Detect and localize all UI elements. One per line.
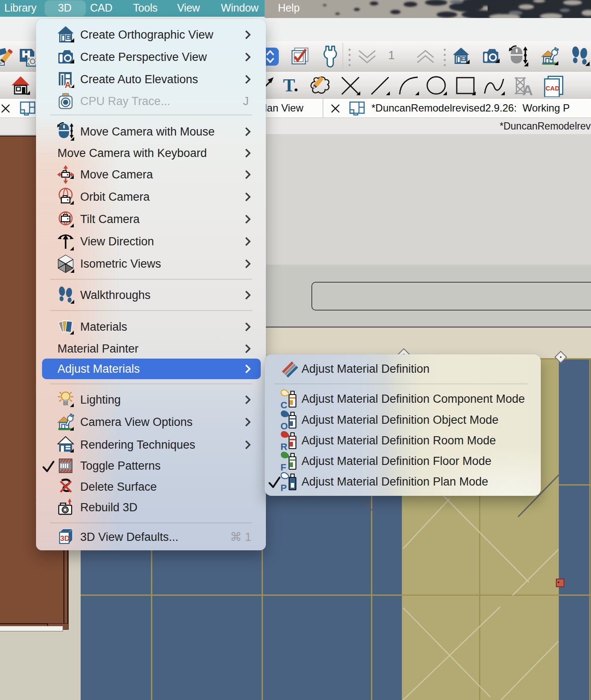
svg-text:A: A — [522, 82, 533, 97]
svg-text:O: O — [280, 421, 288, 430]
svg-text:P: P — [280, 483, 287, 492]
svg-text:C: C — [280, 400, 287, 409]
svg-text:F: F — [280, 462, 286, 471]
svg-text:CAD: CAD — [546, 84, 560, 92]
svg-text:3D: 3D — [60, 534, 70, 543]
svg-text:R: R — [280, 441, 287, 450]
svg-text:A: A — [65, 80, 71, 89]
